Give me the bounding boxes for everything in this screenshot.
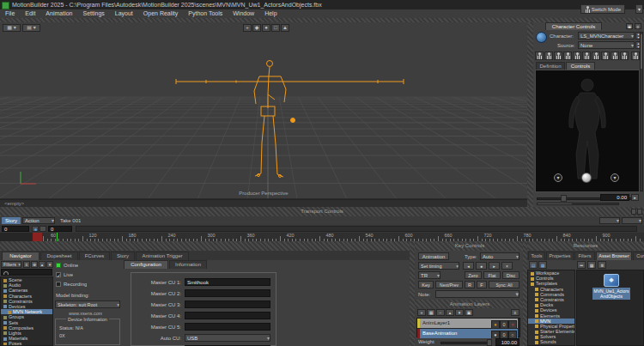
field-dropdown-6[interactable]: ▾USB: [185, 334, 270, 342]
take-label[interactable]: Take 001: [60, 218, 81, 223]
layer-mute-icon[interactable]: ×: [508, 320, 517, 329]
display-mode-button[interactable]: ▤ ▾: [22, 24, 40, 32]
skeleton-character[interactable]: [0, 22, 527, 199]
viewer-3d[interactable]: ▦ ▾ ▤ ▾ + ◆ ● □ ▲ Producer Perspective: [0, 22, 527, 199]
end-frame-field[interactable]: 0: [48, 226, 72, 232]
r-button[interactable]: R: [465, 281, 475, 288]
tab-definition[interactable]: Definition: [536, 62, 565, 70]
merge-layers-icon[interactable]: ▣: [465, 309, 473, 316]
recording-checkbox[interactable]: [56, 282, 61, 287]
key-button[interactable]: Key: [418, 281, 434, 288]
next-prev-button[interactable]: Next/Prev: [435, 281, 463, 288]
tab-controls[interactable]: Controls: [566, 62, 595, 70]
layer-down-icon[interactable]: ▾: [455, 309, 464, 316]
key-type-dropdown[interactable]: ▾Auto: [480, 252, 519, 260]
menu-help[interactable]: Help: [259, 10, 282, 16]
panel-menu-button[interactable]: ≡: [635, 23, 641, 29]
character-select[interactable]: ▾LS_MVNCharacter: [578, 32, 635, 39]
details-view-icon[interactable]: ≣: [598, 261, 606, 269]
character-panel-hscrollbar[interactable]: [537, 203, 619, 205]
tree-view-icon[interactable]: ▤: [529, 261, 538, 269]
trackball-button[interactable]: [581, 173, 592, 183]
navigator-search-input[interactable]: [1, 269, 52, 276]
layer-solo-icon[interactable]: ○: [508, 331, 517, 339]
field-input-5[interactable]: [185, 323, 270, 331]
story-mode-button[interactable]: Story: [2, 217, 21, 224]
menu-edit[interactable]: Edit: [20, 10, 40, 16]
live-checkbox[interactable]: ✓: [56, 272, 61, 277]
right-foot-pin-button[interactable]: ▾: [611, 173, 619, 182]
animation-layers-title-bar[interactable]: Animation Layers: [415, 300, 525, 308]
menu-layout[interactable]: Layout: [110, 10, 138, 16]
rotate-tool-icon[interactable]: ●: [262, 24, 270, 32]
character-slider-value[interactable]: 0.00: [600, 194, 629, 201]
switch-mode-button[interactable]: Switch Mode: [580, 4, 625, 14]
small-icons-icon[interactable]: ≔: [577, 261, 586, 269]
menu-file[interactable]: File: [0, 10, 20, 16]
toolbar-overflow-button[interactable]: ▾: [635, 4, 643, 14]
selection-icon[interactable]: [573, 52, 581, 60]
character-panel-scrollbar[interactable]: [640, 32, 643, 191]
tab-information[interactable]: Information: [169, 260, 207, 269]
expand-all-icon[interactable]: ▴: [39, 261, 46, 268]
stance-pose-icon[interactable]: [535, 52, 544, 60]
next-key-icon[interactable]: ▸: [489, 262, 500, 270]
menu-settings[interactable]: Settings: [77, 10, 109, 16]
tab-asset-browser[interactable]: Asset Browser: [596, 252, 632, 260]
set-key-icon[interactable]: ●: [476, 262, 487, 270]
online-indicator[interactable]: [56, 263, 61, 268]
reach-icon[interactable]: [544, 52, 553, 60]
stop-button[interactable]: [39, 226, 46, 232]
left-foot-pin-button[interactable]: ▾: [554, 173, 562, 182]
layer-up-icon[interactable]: ▴: [446, 309, 454, 316]
loop-start-marker[interactable]: [33, 233, 42, 241]
range-bar[interactable]: [76, 226, 637, 232]
full-body-icon[interactable]: [554, 52, 562, 60]
layer-lock-icon[interactable]: ●: [491, 331, 500, 339]
model-binding-dropdown[interactable]: ▾Skeleton: suit:Root: [55, 300, 120, 308]
note-dropdown[interactable]: ▾: [435, 290, 519, 298]
sync-button[interactable]: Sync: All: [489, 281, 519, 288]
tab-dopesheet[interactable]: Dopesheet: [40, 252, 78, 260]
body-part-icon[interactable]: [563, 52, 572, 60]
layer-lock-icon[interactable]: ●: [491, 320, 500, 329]
transport-title-bar[interactable]: Transport Controls: [0, 207, 644, 216]
animation-mode-button[interactable]: Animation: [418, 252, 449, 260]
menu-window[interactable]: Window: [228, 10, 259, 16]
weight-slider-handle[interactable]: [487, 339, 492, 346]
filters-dropdown[interactable]: ▾Filters: [1, 261, 21, 268]
view-mode-button[interactable]: ▦ ▾: [3, 24, 21, 32]
fps-dropdown[interactable]: ▾: [622, 217, 642, 224]
sync-dropdown[interactable]: ▾: [599, 217, 620, 224]
f-button[interactable]: F: [477, 281, 487, 288]
title-bar[interactable]: MotionBuilder 2025 - C:\Program Files\Au…: [0, 0, 644, 9]
tab-navigator[interactable]: Navigator: [2, 252, 39, 260]
tab-character-controls[interactable]: Character Controls: [545, 22, 602, 30]
tab-curves[interactable]: Curves: [633, 252, 644, 260]
link-view-icon[interactable]: ⊕: [31, 261, 38, 268]
character-slider-handle[interactable]: [561, 195, 567, 202]
zero-button[interactable]: Zero: [465, 271, 482, 279]
keying-group-dropdown[interactable]: ▾TR: [418, 271, 440, 279]
tab-tools[interactable]: Tools: [528, 252, 545, 260]
mirror-icon[interactable]: [582, 52, 591, 60]
fk-blend-icon[interactable]: [601, 52, 610, 60]
set-timing-dropdown[interactable]: ▾Set timing: [418, 262, 459, 270]
flat-button[interactable]: Flat: [483, 271, 501, 279]
tab-filters[interactable]: Filters: [574, 252, 595, 260]
tab-properties[interactable]: Properties: [546, 252, 574, 260]
story-track-strip[interactable]: <empty>: [0, 199, 527, 207]
scale-tool-icon[interactable]: □: [271, 24, 280, 32]
pinning-icon[interactable]: [611, 52, 619, 60]
list-view-icon[interactable]: ≡: [23, 261, 30, 268]
action-dropdown[interactable]: ▾Action: [22, 217, 55, 224]
asset-items-pane[interactable]: ◆ MVN_Uw1_ActorsAndObjects: [576, 270, 644, 346]
timeline-ruler[interactable]: 6012018024030036042048054060066072078084…: [0, 233, 644, 241]
layers-menu-icon[interactable]: ≡: [511, 309, 519, 316]
tab-configuration[interactable]: Configuration: [124, 260, 168, 269]
panel-dock-button[interactable]: ▣: [626, 23, 633, 29]
tree-item[interactable]: Poses: [1, 341, 52, 346]
select-tool-icon[interactable]: +: [243, 24, 252, 32]
translate-tool-icon[interactable]: ◆: [252, 24, 261, 32]
resources-title-bar[interactable]: Resources: [527, 241, 644, 251]
